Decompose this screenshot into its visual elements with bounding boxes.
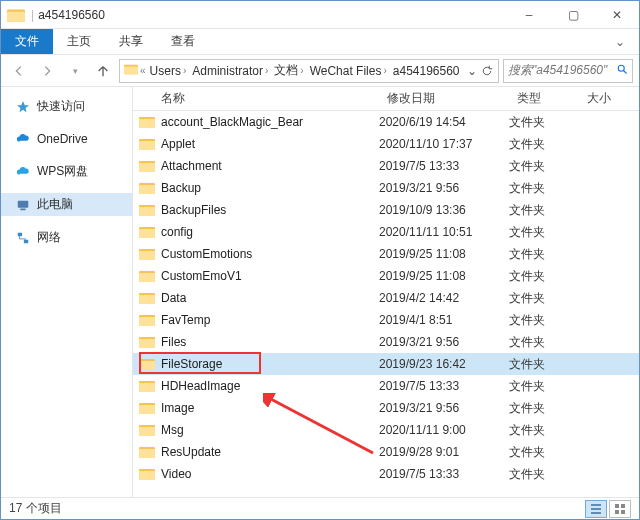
qat-separator: | bbox=[31, 8, 34, 22]
nav-up-button[interactable] bbox=[91, 59, 115, 83]
search-placeholder: 搜索"a454196560" bbox=[508, 62, 616, 79]
table-row[interactable]: FileStorage2019/9/23 16:42文件夹 bbox=[133, 353, 639, 375]
file-type: 文件夹 bbox=[509, 444, 579, 461]
folder-icon bbox=[139, 290, 155, 306]
file-date: 2019/7/5 13:33 bbox=[379, 467, 509, 481]
file-date: 2020/11/10 17:37 bbox=[379, 137, 509, 151]
folder-icon bbox=[139, 378, 155, 394]
table-row[interactable]: Backup2019/3/21 9:56文件夹 bbox=[133, 177, 639, 199]
table-row[interactable]: CustomEmotions2019/9/25 11:08文件夹 bbox=[133, 243, 639, 265]
view-icons-button[interactable] bbox=[609, 500, 631, 518]
file-date: 2019/9/23 16:42 bbox=[379, 357, 509, 371]
svg-rect-34 bbox=[139, 361, 155, 370]
chevron-left-icon[interactable]: « bbox=[140, 65, 146, 76]
file-type: 文件夹 bbox=[509, 334, 579, 351]
chevron-right-icon[interactable]: › bbox=[265, 65, 268, 76]
svg-rect-28 bbox=[139, 295, 155, 304]
maximize-button[interactable]: ▢ bbox=[551, 1, 595, 29]
table-row[interactable]: BackupFiles2019/10/9 13:36文件夹 bbox=[133, 199, 639, 221]
sidebar-item-wps[interactable]: WPS网盘 bbox=[1, 160, 132, 183]
file-type: 文件夹 bbox=[509, 268, 579, 285]
table-row[interactable]: CustomEmoV12019/9/25 11:08文件夹 bbox=[133, 265, 639, 287]
file-date: 2019/9/25 11:08 bbox=[379, 269, 509, 283]
folder-icon bbox=[139, 114, 155, 130]
svg-rect-10 bbox=[24, 239, 28, 243]
folder-icon bbox=[139, 180, 155, 196]
status-bar: 17 个项目 bbox=[1, 497, 639, 519]
file-name: Backup bbox=[161, 181, 379, 195]
table-row[interactable]: account_BlackMagic_Bear2020/6/19 14:54文件… bbox=[133, 111, 639, 133]
file-date: 2020/11/11 9:00 bbox=[379, 423, 509, 437]
table-row[interactable]: Files2019/3/21 9:56文件夹 bbox=[133, 331, 639, 353]
table-row[interactable]: Attachment2019/7/5 13:33文件夹 bbox=[133, 155, 639, 177]
sidebar-item-onedrive[interactable]: OneDrive bbox=[1, 128, 132, 150]
tab-file[interactable]: 文件 bbox=[1, 29, 53, 54]
folder-icon bbox=[139, 268, 155, 284]
svg-rect-12 bbox=[139, 119, 155, 128]
file-name: FavTemp bbox=[161, 313, 379, 327]
chevron-right-icon[interactable]: › bbox=[383, 65, 386, 76]
folder-icon bbox=[139, 224, 155, 240]
tab-share[interactable]: 共享 bbox=[105, 29, 157, 54]
file-type: 文件夹 bbox=[509, 224, 579, 241]
folder-icon bbox=[139, 422, 155, 438]
chevron-right-icon[interactable]: › bbox=[183, 65, 186, 76]
tab-view[interactable]: 查看 bbox=[157, 29, 209, 54]
folder-icon bbox=[139, 246, 155, 262]
table-row[interactable]: ResUpdate2019/9/28 9:01文件夹 bbox=[133, 441, 639, 463]
nav-back-button[interactable] bbox=[7, 59, 31, 83]
tab-home[interactable]: 主页 bbox=[53, 29, 105, 54]
monitor-icon bbox=[15, 197, 31, 213]
address-dropdown-button[interactable]: ⌄ bbox=[466, 64, 479, 78]
svg-rect-7 bbox=[18, 200, 29, 207]
folder-icon bbox=[139, 158, 155, 174]
sidebar-item-network[interactable]: 网络 bbox=[1, 226, 132, 249]
table-row[interactable]: Msg2020/11/11 9:00文件夹 bbox=[133, 419, 639, 441]
table-row[interactable]: Applet2020/11/10 17:37文件夹 bbox=[133, 133, 639, 155]
titlebar: | a454196560 – ▢ ✕ bbox=[1, 1, 639, 29]
file-type: 文件夹 bbox=[509, 136, 579, 153]
minimize-button[interactable]: – bbox=[507, 1, 551, 29]
navigation-pane: 快速访问 OneDrive WPS网盘 此电脑 网络 bbox=[1, 87, 133, 497]
search-input[interactable]: 搜索"a454196560" bbox=[503, 59, 633, 83]
nav-recent-button[interactable]: ▾ bbox=[63, 59, 87, 83]
file-name: Msg bbox=[161, 423, 379, 437]
table-row[interactable]: Image2019/3/21 9:56文件夹 bbox=[133, 397, 639, 419]
column-type[interactable]: 类型 bbox=[509, 90, 579, 107]
cloud-icon bbox=[15, 131, 31, 147]
ribbon-expand-button[interactable]: ⌄ bbox=[601, 29, 639, 54]
breadcrumb: Users› bbox=[148, 64, 189, 78]
window-title: a454196560 bbox=[38, 8, 507, 22]
table-row[interactable]: Data2019/4/2 14:42文件夹 bbox=[133, 287, 639, 309]
close-button[interactable]: ✕ bbox=[595, 1, 639, 29]
file-type: 文件夹 bbox=[509, 422, 579, 439]
table-row[interactable]: Video2019/7/5 13:33文件夹 bbox=[133, 463, 639, 485]
table-row[interactable]: FavTemp2019/4/1 8:51文件夹 bbox=[133, 309, 639, 331]
refresh-button[interactable] bbox=[481, 65, 494, 77]
column-date[interactable]: 修改日期 bbox=[379, 90, 509, 107]
table-row[interactable]: HDHeadImage2019/7/5 13:33文件夹 bbox=[133, 375, 639, 397]
file-name: config bbox=[161, 225, 379, 239]
nav-forward-button[interactable] bbox=[35, 59, 59, 83]
svg-rect-24 bbox=[139, 251, 155, 260]
chevron-right-icon[interactable]: › bbox=[300, 65, 303, 76]
file-date: 2020/6/19 14:54 bbox=[379, 115, 509, 129]
table-row[interactable]: config2020/11/11 10:51文件夹 bbox=[133, 221, 639, 243]
folder-icon bbox=[139, 202, 155, 218]
address-bar[interactable]: « Users› Administrator› 文档› WeChat Files… bbox=[119, 59, 499, 83]
file-type: 文件夹 bbox=[509, 202, 579, 219]
file-name: HDHeadImage bbox=[161, 379, 379, 393]
view-details-button[interactable] bbox=[585, 500, 607, 518]
folder-icon bbox=[139, 444, 155, 460]
column-size[interactable]: 大小 bbox=[579, 90, 639, 107]
sidebar-item-this-pc[interactable]: 此电脑 bbox=[1, 193, 132, 216]
file-type: 文件夹 bbox=[509, 466, 579, 483]
breadcrumb: a454196560 bbox=[391, 64, 462, 78]
file-name: FileStorage bbox=[161, 357, 379, 371]
sidebar-item-quick-access[interactable]: 快速访问 bbox=[1, 95, 132, 118]
file-type: 文件夹 bbox=[509, 114, 579, 131]
column-name[interactable]: 名称 bbox=[133, 90, 379, 107]
svg-rect-46 bbox=[615, 504, 619, 508]
file-date: 2019/10/9 13:36 bbox=[379, 203, 509, 217]
svg-rect-22 bbox=[139, 229, 155, 238]
